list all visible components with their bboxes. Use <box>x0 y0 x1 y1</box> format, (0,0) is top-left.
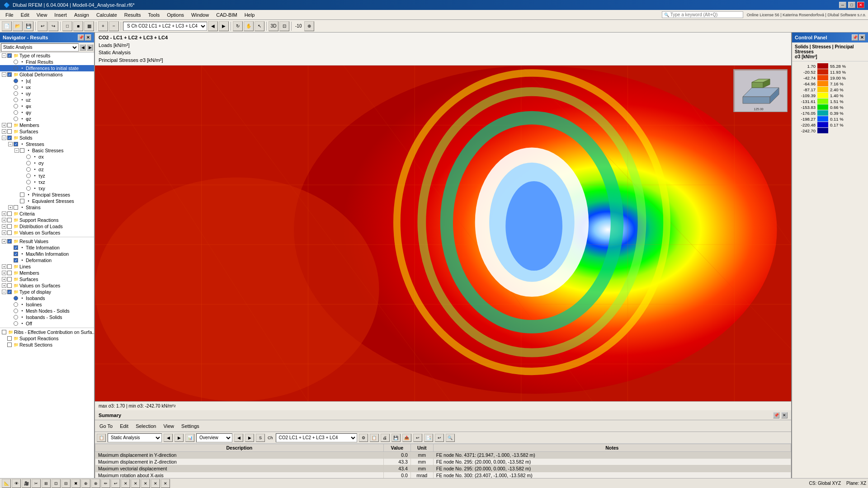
nav-tree-item[interactable]: •uz <box>0 97 94 103</box>
tree-checkbox[interactable] <box>7 271 12 275</box>
menu-cad-bim[interactable]: CAD-BIM <box>212 11 241 19</box>
summary-analysis-select[interactable]: Static Analysis <box>108 433 162 442</box>
nav-tree-item[interactable]: •Isobands - Solids <box>0 314 94 320</box>
sum-tool8[interactable]: ↩ <box>435 434 444 442</box>
tree-radio[interactable] <box>14 85 18 89</box>
nav-tree-item[interactable]: +📁Values on Surfaces <box>0 282 94 289</box>
menu-options[interactable]: Options <box>163 11 188 19</box>
tb-next[interactable]: ▶ <box>219 21 229 31</box>
tree-radio[interactable] <box>26 167 31 172</box>
tb-open[interactable]: 📂 <box>13 21 23 31</box>
tree-radio[interactable] <box>14 110 18 115</box>
menu-tools[interactable]: Tools <box>144 11 163 19</box>
sum-tool3[interactable]: 🖨 <box>381 434 390 442</box>
menu-assign[interactable]: Assign <box>71 11 93 19</box>
tb-redo[interactable]: ↪ <box>48 21 58 31</box>
tree-expander[interactable]: − <box>2 290 6 294</box>
tree-checkbox[interactable] <box>7 230 12 235</box>
tree-radio[interactable] <box>14 66 18 70</box>
tree-radio[interactable] <box>14 98 18 102</box>
tree-checkbox[interactable] <box>7 277 12 282</box>
nav-tree-item[interactable]: +📁Distribution of Loads <box>0 223 94 230</box>
tree-expander[interactable]: + <box>2 123 6 127</box>
tb-zoom-out[interactable]: − <box>109 21 119 31</box>
tree-checkbox[interactable] <box>7 224 12 229</box>
menu-window[interactable]: Window <box>188 11 212 19</box>
nav-close-button[interactable]: ✕ <box>85 34 91 41</box>
tree-radio[interactable] <box>14 117 18 121</box>
nav-tree-item[interactable]: •Mesh Nodes - Solids <box>0 308 94 314</box>
bottom-tool10[interactable]: ⊗ <box>91 479 100 488</box>
close-button[interactable]: ✕ <box>857 2 864 8</box>
nav-tree-item[interactable]: •Differences to initial state <box>0 65 94 71</box>
tree-checkbox[interactable] <box>2 330 6 334</box>
tb-view1[interactable]: □ <box>62 21 72 31</box>
tree-checkbox[interactable] <box>20 148 24 153</box>
tree-expander[interactable]: + <box>2 239 6 244</box>
bottom-tool14[interactable]: ✕ <box>131 479 140 488</box>
nav-tree-item[interactable]: −✓📁Type of results <box>0 52 94 59</box>
tree-checkbox[interactable]: ✓ <box>7 53 12 58</box>
cp-close-button[interactable]: ✕ <box>859 34 865 41</box>
sum-tool5[interactable]: 📤 <box>402 434 411 442</box>
nav-tree-item[interactable]: •Isolines <box>0 301 94 308</box>
nav-tree-item[interactable]: •Off <box>0 320 94 327</box>
nav-next-button[interactable]: ▶ <box>87 44 93 51</box>
bottom-tool9[interactable]: ⊕ <box>81 479 90 488</box>
nav-tree-item[interactable]: −✓📁Global Deformations <box>0 71 94 78</box>
tree-checkbox[interactable] <box>7 211 12 216</box>
nav-tree-item[interactable]: •τxy <box>0 185 94 192</box>
nav-tree-item[interactable]: •|u| <box>0 78 94 84</box>
tree-checkbox[interactable]: ✓ <box>14 245 18 250</box>
bottom-tool15[interactable]: ✕ <box>141 479 150 488</box>
sum-filter[interactable]: 🔍 <box>446 434 455 442</box>
menu-help[interactable]: Help <box>241 11 259 19</box>
tb-prev[interactable]: ◀ <box>208 21 218 31</box>
tree-expander[interactable]: + <box>2 211 6 216</box>
tree-checkbox[interactable] <box>7 218 12 222</box>
summary-selection[interactable]: Selection <box>133 422 159 430</box>
tree-checkbox[interactable]: ✓ <box>14 252 18 256</box>
tb-zoom-in[interactable]: + <box>98 21 108 31</box>
tree-radio[interactable] <box>26 180 31 184</box>
nav-tree-item[interactable]: +•Strains <box>0 204 94 211</box>
tree-expander[interactable]: − <box>2 72 6 77</box>
summary-goto[interactable]: Go To <box>97 422 115 430</box>
summary-edit[interactable]: Edit <box>117 422 131 430</box>
bottom-tool11[interactable]: ✏ <box>101 479 110 488</box>
tb-new[interactable]: 📄 <box>2 21 12 31</box>
bottom-tool7[interactable]: ⊟ <box>61 479 71 488</box>
summary-view[interactable]: View <box>160 422 177 430</box>
nav-pin-button[interactable]: 📌 <box>78 34 84 41</box>
tb-pan[interactable]: ✋ <box>244 21 254 31</box>
nav-tree-item[interactable]: +📁Values on Surfaces <box>0 230 94 236</box>
bottom-tool16[interactable]: ✕ <box>151 479 160 488</box>
nav-tree-item[interactable]: −•Basic Stresses <box>0 147 94 154</box>
sum-next-button[interactable]: ▶ <box>175 434 184 442</box>
nav-tree-item[interactable]: +📁Criteria <box>0 211 94 217</box>
tb-3d[interactable]: 3D <box>269 21 278 31</box>
menu-calculate[interactable]: Calculate <box>93 11 121 19</box>
nav-tree-item[interactable]: 📁Support Reactions <box>0 335 94 342</box>
tree-radio[interactable] <box>14 321 18 326</box>
summary-lc-select[interactable]: CO2 LC1 + LC2 + LC3 + LC4 <box>276 433 357 442</box>
summary-result-select[interactable]: Overview <box>196 433 232 442</box>
tree-checkbox[interactable] <box>14 205 18 210</box>
tree-expander[interactable]: − <box>8 142 13 146</box>
sum-prev-button[interactable]: ◀ <box>164 434 173 442</box>
tree-checkbox[interactable] <box>20 199 24 203</box>
nav-tree-item[interactable]: ✓•Deformation <box>0 257 94 263</box>
nav-tree-item[interactable]: •ux <box>0 84 94 90</box>
tree-radio[interactable] <box>14 104 18 108</box>
tree-expander[interactable]: + <box>2 277 6 282</box>
tree-expander[interactable]: + <box>2 264 6 269</box>
nav-tree-item[interactable]: •τxz <box>0 179 94 185</box>
tree-checkbox[interactable]: ✓ <box>14 258 18 263</box>
tree-radio[interactable] <box>14 309 18 313</box>
bottom-tool3[interactable]: 🎥 <box>22 479 31 488</box>
nav-tree-item[interactable]: 📁Ribs - Effective Contribution on Surfa.… <box>0 329 94 335</box>
sum-tool1[interactable]: ⚙ <box>359 434 368 442</box>
tree-checkbox[interactable] <box>20 192 24 197</box>
nav-tree-item[interactable]: •φx <box>0 103 94 109</box>
minimize-button[interactable]: ─ <box>839 2 846 8</box>
